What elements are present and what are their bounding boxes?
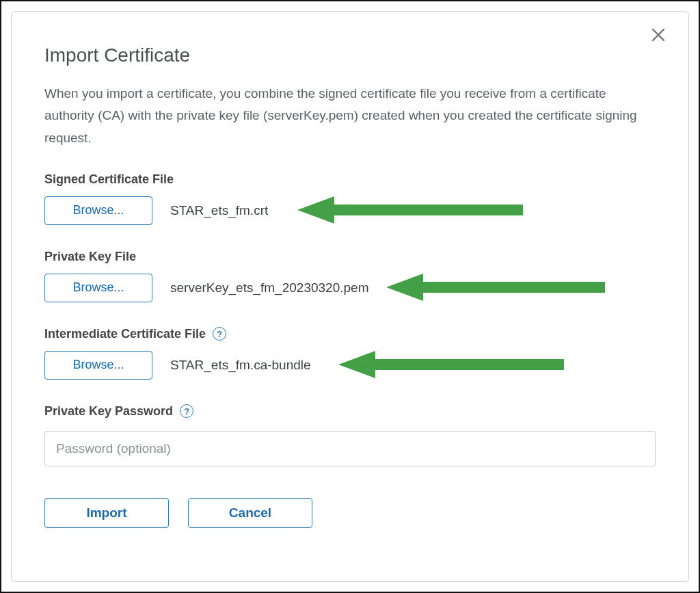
password-label: Private Key Password ? [44,404,656,419]
intermediate-cert-label-text: Intermediate Certificate File [44,327,206,341]
dialog-actions: Import Cancel [44,498,656,528]
signed-cert-filename: STAR_ets_fm.crt [170,203,268,218]
private-key-row: Browse... serverKey_ets_fm_20230320.pem [44,274,656,302]
annotation-arrow-icon [338,348,564,381]
private-key-browse-button[interactable]: Browse... [44,274,152,302]
import-button[interactable]: Import [44,498,169,528]
intermediate-cert-label: Intermediate Certificate File ? [44,327,656,341]
private-key-filename: serverKey_ets_fm_20230320.pem [170,280,368,295]
svg-marker-2 [297,196,523,224]
svg-marker-4 [338,351,564,378]
svg-marker-3 [386,274,605,301]
help-icon[interactable]: ? [213,327,226,341]
annotation-arrow-icon [297,194,523,226]
intermediate-cert-row: Browse... STAR_ets_fm.ca-bundle [44,351,656,380]
import-certificate-dialog: Import Certificate When you import a cer… [11,11,689,582]
help-icon[interactable]: ? [180,404,193,418]
signed-cert-row: Browse... STAR_ets_fm.crt [44,196,656,225]
intermediate-cert-filename: STAR_ets_fm.ca-bundle [170,358,311,373]
window-frame: Import Certificate When you import a cer… [0,0,700,593]
signed-cert-label: Signed Certificate File [44,172,656,187]
close-icon [650,27,667,43]
annotation-arrow-icon [386,271,605,304]
password-input[interactable] [44,431,656,466]
password-label-text: Private Key Password [44,404,173,419]
dialog-title: Import Certificate [44,44,656,66]
signed-cert-browse-button[interactable]: Browse... [44,196,152,225]
dialog-description: When you import a certificate, you combi… [44,83,646,149]
intermediate-cert-browse-button[interactable]: Browse... [44,351,152,380]
cancel-button[interactable]: Cancel [188,498,312,528]
close-button[interactable] [650,27,671,47]
private-key-label: Private Key File [44,250,656,264]
